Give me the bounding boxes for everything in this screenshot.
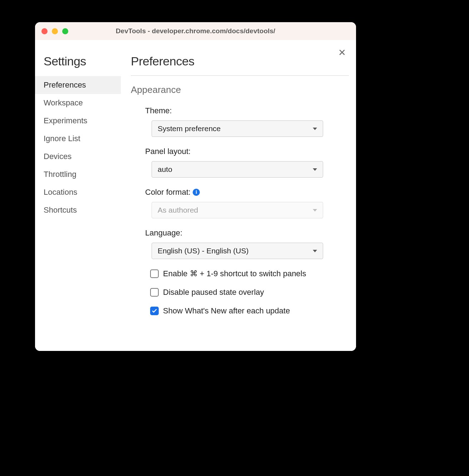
panel-layout-value: auto [158, 165, 172, 174]
settings-main: Preferences Appearance Theme: System pre… [121, 40, 356, 351]
chevron-down-icon [313, 209, 317, 212]
checkbox-list: Enable ⌘ + 1-9 shortcut to switch panels… [131, 269, 349, 316]
settings-sidebar: Settings PreferencesWorkspaceExperiments… [35, 40, 121, 351]
info-icon[interactable]: i [193, 189, 200, 196]
color-format-value: As authored [158, 206, 198, 214]
language-label: Language: [145, 228, 349, 238]
field-language: Language: English (US) - English (US) [131, 228, 349, 259]
checkbox-row: Disable paused state overlay [131, 288, 349, 297]
sidebar-item-preferences[interactable]: Preferences [35, 76, 121, 94]
panel-layout-label: Panel layout: [145, 147, 349, 156]
titlebar: DevTools - developer.chrome.com/docs/dev… [35, 22, 356, 40]
theme-select[interactable]: System preference [152, 120, 323, 137]
sidebar-item-throttling[interactable]: Throttling [35, 165, 121, 183]
checkbox[interactable] [150, 269, 159, 278]
maximize-window-button[interactable] [62, 28, 68, 34]
chevron-down-icon [313, 128, 317, 130]
checkbox-label: Disable paused state overlay [163, 288, 264, 297]
traffic-lights [41, 28, 68, 34]
checkbox-label: Show What's New after each update [163, 306, 290, 316]
color-format-label-text: Color format: [145, 188, 191, 197]
sidebar-item-locations[interactable]: Locations [35, 183, 121, 201]
theme-value: System preference [158, 124, 221, 133]
panel-layout-select[interactable]: auto [152, 161, 323, 178]
checkbox[interactable] [150, 288, 159, 297]
section-title-appearance: Appearance [131, 84, 349, 95]
checkbox-row: Enable ⌘ + 1-9 shortcut to switch panels [131, 269, 349, 278]
sidebar-item-ignore-list[interactable]: Ignore List [35, 130, 121, 148]
sidebar-item-workspace[interactable]: Workspace [35, 94, 121, 112]
color-format-label: Color format: i [145, 188, 349, 197]
devtools-settings-window: DevTools - developer.chrome.com/docs/dev… [35, 22, 356, 351]
checkbox-label: Enable ⌘ + 1-9 shortcut to switch panels [163, 269, 306, 278]
language-select[interactable]: English (US) - English (US) [152, 243, 323, 259]
close-window-button[interactable] [41, 28, 48, 34]
checkbox-row: Show What's New after each update [131, 306, 349, 316]
sidebar-item-devices[interactable]: Devices [35, 148, 121, 165]
chevron-down-icon [313, 168, 317, 171]
divider [131, 75, 349, 76]
field-theme: Theme: System preference [131, 106, 349, 137]
page-title: Preferences [131, 54, 349, 68]
close-icon[interactable]: ✕ [338, 48, 346, 57]
sidebar-item-shortcuts[interactable]: Shortcuts [35, 201, 121, 219]
language-value: English (US) - English (US) [158, 247, 248, 255]
theme-label: Theme: [145, 106, 349, 115]
window-title: DevTools - developer.chrome.com/docs/dev… [116, 27, 275, 35]
sidebar-title: Settings [44, 54, 121, 68]
settings-content: ✕ Settings PreferencesWorkspaceExperimen… [35, 40, 356, 351]
checkbox[interactable] [150, 307, 159, 315]
field-color-format: Color format: i As authored [131, 188, 349, 218]
chevron-down-icon [313, 250, 317, 252]
field-panel-layout: Panel layout: auto [131, 147, 349, 178]
minimize-window-button[interactable] [52, 28, 58, 34]
sidebar-nav: PreferencesWorkspaceExperimentsIgnore Li… [35, 76, 121, 219]
color-format-select: As authored [152, 202, 323, 218]
sidebar-item-experiments[interactable]: Experiments [35, 112, 121, 130]
